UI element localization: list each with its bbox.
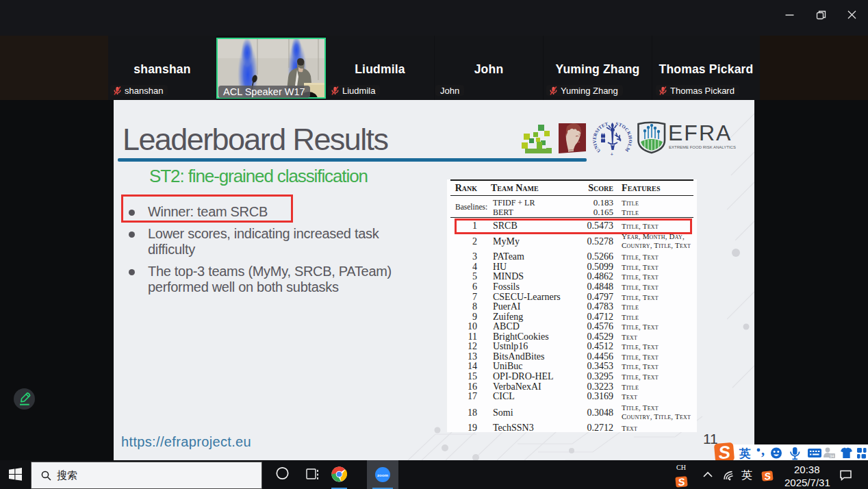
svg-text:,: ,: [761, 444, 765, 457]
svg-text:EFRA: EFRA: [668, 121, 732, 145]
svg-text:34: 34: [830, 454, 834, 458]
svg-text:zoom: zoom: [377, 473, 389, 477]
svg-text:S: S: [678, 476, 686, 488]
svg-text:UNIVERSITET: UNIVERSITET: [592, 121, 609, 153]
svg-text:S: S: [717, 442, 732, 462]
svg-text:+: +: [611, 151, 614, 157]
svg-text:英: 英: [739, 447, 751, 460]
svg-text:EXTREME FOOD RISK ANALYTICS: EXTREME FOOD RISK ANALYTICS: [669, 145, 736, 149]
